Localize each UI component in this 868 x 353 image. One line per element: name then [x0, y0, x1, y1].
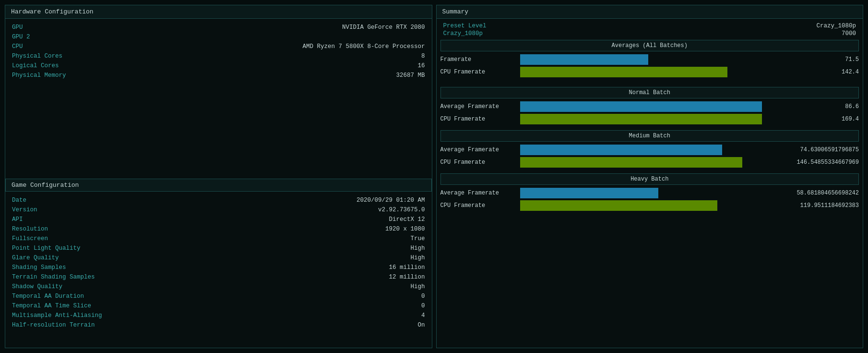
game-row-label: Fullscreen [12, 235, 48, 242]
hardware-row-label: Physical Memory [12, 72, 66, 79]
normal-cpu-bar [520, 114, 762, 124]
preset-level-label: Preset Level [443, 23, 487, 29]
avg-cpu-bar-container [520, 67, 767, 77]
game-row-value: 2020/09/29 01:20 AM [357, 197, 425, 204]
heavy-cpu-label: CPU Framerate [440, 202, 517, 209]
hardware-row-value: 32687 MB [396, 72, 425, 79]
hardware-row-value: NVIDIA GeForce RTX 2080 [342, 24, 425, 31]
game-row-label: Shadow Quality [12, 283, 62, 290]
heavy-avg-row: Average Framerate 58.681804656698242 [440, 188, 859, 198]
hardware-title: Hardware Configuration [5, 5, 432, 19]
game-row-value: 1920 x 1080 [385, 226, 425, 232]
summary-title: Summary [437, 5, 863, 19]
game-row-label: Multisample Anti-Aliasing [12, 312, 102, 319]
summary-panel: Summary Preset Level Crazy_1080p Crazy_1… [436, 5, 864, 348]
preset-section: Preset Level Crazy_1080p Crazy_1080p 700… [437, 19, 863, 40]
game-row: Versionv2.92.73675.0 [5, 205, 432, 215]
hardware-row: Physical Cores8 [5, 51, 432, 61]
hardware-row: Physical Memory32687 MB [5, 71, 432, 80]
game-row: Temporal AA Duration0 [5, 292, 432, 301]
avg-framerate-row: Framerate 71.5 [440, 54, 859, 65]
hardware-row-label: CPU [12, 43, 23, 50]
normal-cpu-row: CPU Framerate 169.4 [440, 114, 859, 124]
game-row-value: High [410, 245, 425, 252]
avg-framerate-bar-container [520, 54, 767, 65]
game-row-value: 0 [421, 293, 425, 300]
heavy-cpu-bar [520, 200, 718, 211]
medium-batch-title: Medium Batch [440, 130, 859, 142]
game-row-value: True [410, 235, 425, 242]
game-row-label: Point Light Quality [12, 245, 81, 252]
left-panel: Hardware Configuration GPUNVIDIA GeForce… [5, 5, 432, 348]
avg-cpu-label: CPU Framerate [440, 69, 517, 75]
hardware-row-value: AMD Ryzen 7 5800X 8-Core Processor [302, 43, 425, 50]
game-row-value: High [410, 255, 425, 261]
avg-cpu-value: 142.4 [773, 69, 859, 75]
medium-avg-bar [520, 145, 723, 155]
hardware-row: CPUAMD Ryzen 7 5800X 8-Core Processor [5, 42, 432, 51]
game-row: Date2020/09/29 01:20 AM [5, 195, 432, 205]
heavy-avg-bar-container [520, 188, 767, 198]
normal-batch-title: Normal Batch [440, 87, 859, 98]
game-row-label: Shading Samples [12, 264, 66, 271]
hardware-row: Logical Cores16 [5, 61, 432, 71]
preset-sub-row: Crazy_1080p 7000 [443, 30, 856, 37]
avg-cpu-row: CPU Framerate 142.4 [440, 67, 859, 77]
normal-cpu-label: CPU Framerate [440, 116, 517, 122]
preset-level-value: Crazy_1080p [816, 23, 856, 29]
heavy-avg-label: Average Framerate [440, 190, 517, 196]
game-row: Temporal AA Time Slice0 [5, 301, 432, 311]
preset-sub-value: 7000 [842, 30, 856, 37]
heavy-cpu-value: 119.9511184692383 [773, 202, 859, 209]
medium-batch-section: Medium Batch Average Framerate 74.630065… [440, 130, 859, 170]
medium-cpu-bar [520, 157, 742, 168]
normal-avg-row: Average Framerate 86.6 [440, 101, 859, 112]
hardware-row: GPUNVIDIA GeForce RTX 2080 [5, 23, 432, 32]
game-row-value: On [417, 322, 425, 329]
game-row-label: Temporal AA Duration [12, 293, 84, 300]
game-row: Point Light QualityHigh [5, 243, 432, 253]
heavy-batch-title: Heavy Batch [440, 173, 859, 185]
medium-avg-value: 74.63006591796875 [773, 146, 859, 153]
averages-title: Averages (All Batches) [440, 40, 859, 51]
game-row-label: Resolution [12, 226, 48, 232]
game-row: FullscreenTrue [5, 234, 432, 243]
medium-cpu-label: CPU Framerate [440, 159, 517, 166]
heavy-cpu-bar-container [520, 200, 767, 211]
game-row-value: v2.92.73675.0 [378, 207, 425, 213]
hardware-row-label: GPU [12, 24, 23, 31]
heavy-batch-section: Heavy Batch Average Framerate 58.6818046… [440, 173, 859, 213]
game-row-label: Terrain Shading Samples [12, 274, 95, 280]
hardware-row-value: 16 [417, 62, 425, 69]
game-row: Shading Samples16 million [5, 263, 432, 272]
game-row: APIDirectX 12 [5, 215, 432, 224]
game-row: Shadow QualityHigh [5, 282, 432, 292]
normal-avg-value: 86.6 [773, 103, 859, 110]
game-row-label: Half-resolution Terrain [12, 322, 95, 329]
game-row: Terrain Shading Samples12 million [5, 272, 432, 282]
hardware-row-label: Physical Cores [12, 53, 62, 60]
game-row-value: 16 million [389, 264, 425, 271]
game-row: Half-resolution TerrainOn [5, 320, 432, 330]
normal-avg-label: Average Framerate [440, 103, 517, 110]
medium-avg-bar-container [520, 145, 767, 155]
preset-level-row: Preset Level Crazy_1080p [443, 23, 856, 29]
normal-cpu-bar-container [520, 114, 767, 124]
game-row-label: Glare Quality [12, 255, 59, 261]
heavy-cpu-row: CPU Framerate 119.9511184692383 [440, 200, 859, 211]
avg-cpu-bar [520, 67, 727, 77]
medium-avg-row: Average Framerate 74.63006591796875 [440, 145, 859, 155]
medium-cpu-row: CPU Framerate 146.54855334667969 [440, 157, 859, 168]
hardware-content: GPUNVIDIA GeForce RTX 2080GPU 2CPUAMD Ry… [5, 19, 432, 175]
game-row: Multisample Anti-Aliasing4 [5, 311, 432, 320]
hardware-row-label: Logical Cores [12, 62, 59, 69]
medium-cpu-bar-container [520, 157, 767, 168]
game-row-value: DirectX 12 [389, 216, 425, 223]
game-row-value: 0 [421, 303, 425, 309]
averages-section: Averages (All Batches) Framerate 71.5 CP… [440, 40, 859, 79]
game-row-value: 12 million [389, 274, 425, 280]
medium-avg-label: Average Framerate [440, 146, 517, 153]
game-row: Resolution1920 x 1080 [5, 224, 432, 234]
avg-framerate-value: 71.5 [773, 56, 859, 63]
game-row-label: Temporal AA Time Slice [12, 303, 91, 309]
